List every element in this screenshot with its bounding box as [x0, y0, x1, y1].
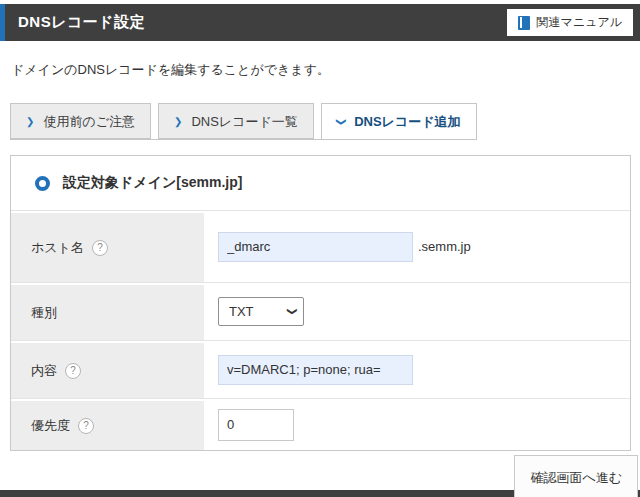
related-manual-label: 関連マニュアル	[537, 14, 622, 31]
host-name-value-cell: .semm.jp	[204, 211, 630, 282]
tab-dns-record-add[interactable]: ❯ DNSレコード追加	[321, 103, 477, 139]
priority-label-cell: 優先度 ?	[11, 399, 204, 450]
content-value-cell	[204, 341, 630, 398]
tab-dns-record-list[interactable]: ❯ DNSレコード一覧	[158, 103, 314, 139]
target-domain-title: 設定対象ドメイン[semm.jp]	[63, 174, 242, 192]
target-domain-header: 設定対象ドメイン[semm.jp]	[11, 156, 630, 210]
tab-precautions[interactable]: ❯ 使用前のご注意	[10, 103, 151, 139]
tab-bar: ❯ 使用前のご注意 ❯ DNSレコード一覧 ❯ DNSレコード追加	[10, 103, 477, 140]
content-row: 内容 ?	[11, 340, 630, 398]
page-title: DNSレコード設定	[18, 13, 145, 32]
host-name-row: ホスト名 ? .semm.jp	[11, 210, 630, 282]
page-header: DNSレコード設定 関連マニュアル	[0, 4, 640, 41]
chevron-right-icon: ❯	[26, 117, 34, 127]
record-type-select-wrap: TXT ❯	[218, 297, 304, 326]
tab-dns-record-list-label: DNSレコード一覧	[191, 113, 297, 131]
dns-settings-page: DNSレコード設定 関連マニュアル ドメインのDNSレコードを編集することができ…	[0, 0, 640, 497]
priority-input[interactable]	[218, 409, 294, 441]
confirm-button[interactable]: 確認画面へ進む	[514, 455, 638, 497]
record-type-select[interactable]: TXT	[218, 297, 304, 326]
host-name-label: ホスト名	[31, 239, 84, 257]
record-type-label: 種別	[31, 304, 57, 322]
radio-ring-icon	[35, 176, 50, 191]
priority-label: 優先度	[31, 417, 70, 435]
book-icon	[518, 16, 530, 30]
priority-row: 優先度 ?	[11, 398, 630, 450]
record-type-row: 種別 TXT ❯	[11, 282, 630, 340]
page-description: ドメインのDNSレコードを編集することができます。	[11, 61, 330, 79]
priority-value-cell	[204, 399, 630, 450]
domain-suffix: .semm.jp	[418, 239, 471, 254]
content-label: 内容	[31, 362, 57, 380]
dns-record-form: 設定対象ドメイン[semm.jp] ホスト名 ? .semm.jp 種別 TXT	[10, 155, 631, 451]
content-label-cell: 内容 ?	[11, 341, 204, 398]
tab-dns-record-add-label: DNSレコード追加	[354, 113, 460, 131]
help-icon[interactable]: ?	[92, 240, 108, 256]
host-name-input[interactable]	[218, 232, 413, 262]
chevron-right-icon: ❯	[174, 117, 182, 127]
related-manual-button[interactable]: 関連マニュアル	[507, 9, 633, 36]
tab-precautions-label: 使用前のご注意	[43, 113, 135, 131]
record-type-value-cell: TXT ❯	[204, 283, 630, 340]
help-icon[interactable]: ?	[78, 418, 94, 434]
content-input[interactable]	[218, 355, 413, 385]
host-name-label-cell: ホスト名 ?	[11, 211, 204, 282]
chevron-down-icon: ❯	[336, 117, 346, 125]
help-icon[interactable]: ?	[65, 363, 81, 379]
record-type-label-cell: 種別	[11, 283, 204, 340]
